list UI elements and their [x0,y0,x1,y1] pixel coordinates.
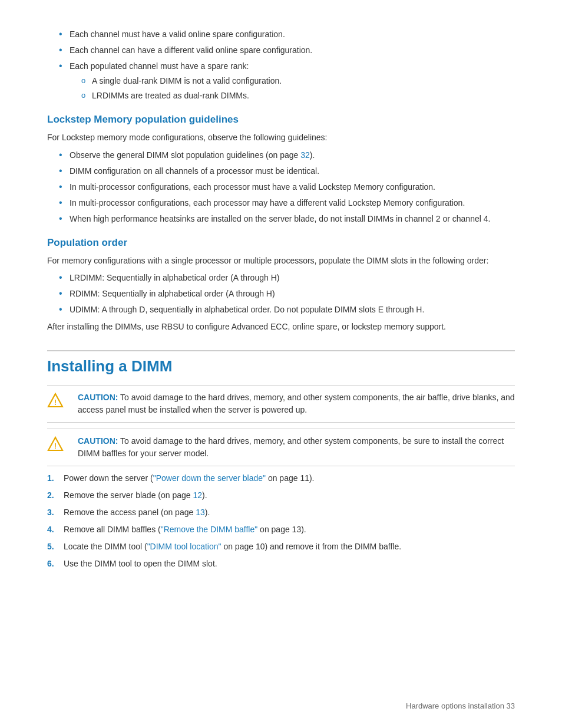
population-bullet-3: UDIMM: A through D, sequentially in alph… [59,304,515,316]
step-2: Remove the server blade (on page 12). [47,489,515,502]
footer-text: Hardware options installation 33 [406,701,515,710]
step-3-link[interactable]: 13 [196,508,205,517]
lockstep-bullet-4: In multi-processor configurations, each … [59,197,515,209]
lockstep-bullet-3: In multi-processor configurations, each … [59,181,515,193]
sub-bullet-2: LRDIMMs are treated as dual-rank DIMMs. [81,90,515,102]
bullet-item-1: Each channel must have a valid online sp… [59,28,515,41]
step-1-link[interactable]: "Power down the server blade" [153,473,266,483]
installing-heading: Installing a DIMM [47,350,515,375]
lockstep-bullet-1: Observe the general DIMM slot population… [59,149,515,162]
step-1: Power down the server ("Power down the s… [47,472,515,485]
top-bullet-list: Each channel must have a valid online sp… [59,28,515,102]
svg-text:!: ! [54,398,57,407]
lockstep-bullet-5: When high performance heatsinks are inst… [59,213,515,225]
bullet-item-3: Each populated channel must have a spare… [59,60,515,102]
step-5: Locate the DIMM tool ("DIMM tool locatio… [47,541,515,553]
population-footer: After installing the DIMMs, use RBSU to … [47,321,515,334]
sub-bullet-list: A single dual-rank DIMM is not a valid c… [81,75,515,102]
caution-text-2: CAUTION: To avoid damage to the hard dri… [78,435,515,460]
population-intro: For memory configurations with a single … [47,255,515,268]
step-6: Use the DIMM tool to open the DIMM slot. [47,558,515,570]
caution-box-2: ! CAUTION: To avoid damage to the hard d… [47,429,515,466]
svg-text:!: ! [54,442,57,450]
population-bullet-1: LRDIMM: Sequentially in alphabetical ord… [59,272,515,284]
step-2-link[interactable]: 12 [193,490,202,500]
caution-box-1: ! CAUTION: To avoid damage to the hard d… [47,385,515,423]
population-heading: Population order [47,237,515,249]
bullet-item-2: Each channel can have a different valid … [59,44,515,57]
step-5-link[interactable]: "DIMM tool location" [147,542,222,551]
caution-label-1: CAUTION: [78,393,118,402]
lockstep-heading: Lockstep Memory population guidelines [47,114,515,126]
step-4-link[interactable]: "Remove the DIMM baffle" [161,525,258,534]
sub-bullet-1: A single dual-rank DIMM is not a valid c… [81,75,515,87]
caution-icon-1: ! [47,393,68,411]
lockstep-intro: For Lockstep memory mode configurations,… [47,131,515,144]
step-4: Remove all DIMM baffles ("Remove the DIM… [47,523,515,536]
page-32-link[interactable]: 32 [300,150,310,160]
caution-label-2: CAUTION: [78,436,118,446]
population-bullet-2: RDIMM: Sequentially in alphabetical orde… [59,288,515,300]
step-3: Remove the access panel (on page 13). [47,506,515,519]
lockstep-bullet-list: Observe the general DIMM slot population… [59,149,515,225]
caution-text-1: CAUTION: To avoid damage to the hard dri… [78,391,515,416]
steps-list: Power down the server ("Power down the s… [47,472,515,570]
population-bullet-list: LRDIMM: Sequentially in alphabetical ord… [59,272,515,316]
lockstep-bullet-2: DIMM configuration on all channels of a … [59,165,515,177]
caution-icon-2: ! [47,436,68,454]
